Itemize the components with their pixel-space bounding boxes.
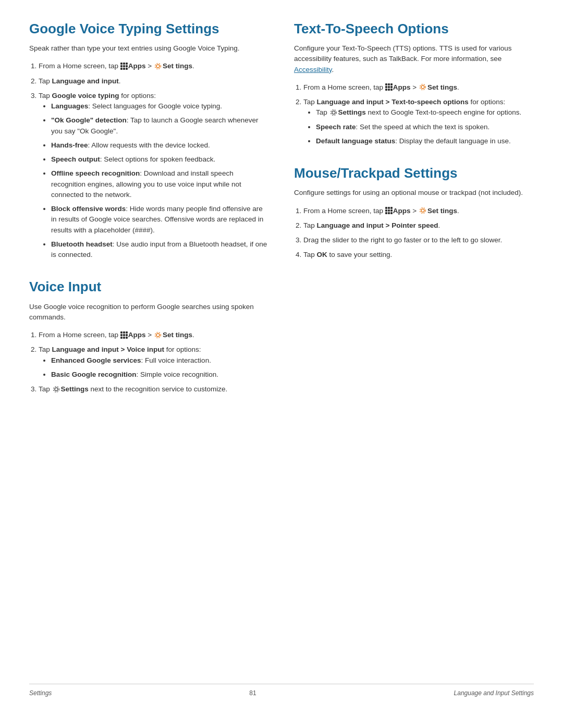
option-bluetooth: Bluetooth headset: Use audio input from … bbox=[51, 239, 269, 261]
tts-options: Tap Settings next to Google Text-to-spee… bbox=[316, 107, 534, 146]
option-offline-speech: Offline speech recognition: Download and… bbox=[51, 168, 269, 200]
voice-typing-options: Languages: Select languages for Google v… bbox=[51, 101, 269, 260]
google-voice-typing-steps: From a Home screen, tap Apps > Set tings… bbox=[39, 61, 269, 260]
option-speech-output: Speech output: Select options for spoken… bbox=[51, 154, 269, 165]
step2-bold: Language and input bbox=[52, 77, 119, 85]
settings-icon-2 bbox=[154, 331, 162, 339]
tts-step1-prefix: From a Home screen, tap bbox=[303, 83, 385, 91]
google-voice-typing-title: Google Voice Typing Settings bbox=[29, 21, 269, 37]
apps-icon-4 bbox=[385, 207, 393, 214]
step-1: From a Home screen, tap Apps > Set tings… bbox=[39, 61, 269, 71]
mouse-trackpad-title: Mouse/Trackpad Settings bbox=[294, 165, 534, 181]
step-2: Tap Language and input. bbox=[39, 76, 269, 87]
mt-step1-prefix: From a Home screen, tap bbox=[303, 207, 385, 215]
svg-point-1 bbox=[155, 63, 161, 69]
voice-input-steps: From a Home screen, tap Apps > Set tings… bbox=[39, 330, 269, 394]
footer-right: Language and Input Settings bbox=[454, 689, 534, 697]
google-voice-typing-section: Google Voice Typing Settings Speak rathe… bbox=[29, 21, 269, 260]
apps-icon bbox=[120, 63, 128, 70]
vi-step-1: From a Home screen, tap Apps > Set tings… bbox=[39, 330, 269, 340]
mouse-trackpad-intro: Configure settings for using an optional… bbox=[294, 188, 534, 198]
mouse-trackpad-steps: From a Home screen, tap Apps > Set tings… bbox=[303, 206, 534, 261]
tts-section: Text-To-Speech Options Configure your Te… bbox=[294, 21, 534, 146]
tts-intro: Configure your Text-To-Speech (TTS) opti… bbox=[294, 43, 534, 75]
vi-step-2: Tap Language and input > Voice input for… bbox=[39, 344, 269, 380]
apps-icon-3 bbox=[385, 83, 393, 91]
voice-input-title: Voice Input bbox=[29, 279, 269, 295]
accessibility-link[interactable]: Accessibility bbox=[294, 66, 332, 73]
settings-label-2: Set tings bbox=[163, 331, 192, 339]
settings-icon-6 bbox=[419, 206, 427, 215]
svg-point-10 bbox=[421, 209, 424, 212]
option-block-offensive: Block offensive words: Hide words many p… bbox=[51, 204, 269, 236]
svg-point-5 bbox=[53, 386, 59, 392]
page: Google Voice Typing Settings Speak rathe… bbox=[0, 0, 563, 728]
settings-icon-3 bbox=[52, 385, 60, 393]
voice-input-intro: Use Google voice recognition to perform … bbox=[29, 302, 269, 323]
settings-label-4: Set tings bbox=[427, 207, 457, 215]
mt-step-3: Drag the slider to the right to go faste… bbox=[303, 235, 534, 245]
tts-step-2: Tap Language and input > Text-to-speech … bbox=[303, 97, 534, 146]
left-column: Google Voice Typing Settings Speak rathe… bbox=[29, 21, 269, 668]
option-basic: Basic Google recognition: Simple voice r… bbox=[51, 369, 269, 380]
mt-step-1: From a Home screen, tap Apps > Set tings… bbox=[303, 206, 534, 216]
step-3: Tap Google voice typing for options: Lan… bbox=[39, 91, 269, 261]
settings-icon-5 bbox=[329, 108, 338, 117]
tts-step-1: From a Home screen, tap Apps > Set tings… bbox=[303, 82, 534, 93]
option-hands-free: Hands-free: Allow requests with the devi… bbox=[51, 140, 269, 151]
settings-label-3: Set tings bbox=[427, 83, 457, 91]
option-enhanced: Enhanced Google services: Full voice int… bbox=[51, 355, 269, 366]
tts-intro-suffix: . bbox=[332, 66, 334, 73]
step3-bold: Google voice typing bbox=[52, 92, 119, 100]
vi-step1-prefix: From a Home screen, tap bbox=[39, 331, 120, 339]
tts-title: Text-To-Speech Options bbox=[294, 21, 534, 37]
settings-icon bbox=[154, 62, 162, 70]
svg-point-4 bbox=[55, 388, 58, 391]
voice-input-options: Enhanced Google services: Full voice int… bbox=[51, 355, 269, 380]
apps-label-4: Apps bbox=[393, 207, 411, 215]
svg-point-11 bbox=[420, 208, 425, 214]
settings-label: Set tings bbox=[163, 62, 192, 70]
svg-point-9 bbox=[331, 109, 336, 115]
main-columns: Google Voice Typing Settings Speak rathe… bbox=[29, 21, 534, 668]
apps-label-3: Apps bbox=[393, 83, 411, 91]
google-voice-typing-intro: Speak rather than type your text entries… bbox=[29, 43, 269, 54]
page-footer: Settings 81 Language and Input Settings bbox=[29, 684, 534, 697]
apps-icon-2 bbox=[120, 331, 128, 339]
svg-point-3 bbox=[155, 332, 161, 338]
tts-option-settings: Tap Settings next to Google Text-to-spee… bbox=[316, 107, 534, 118]
svg-point-2 bbox=[156, 334, 160, 337]
tts-option-speech-rate: Speech rate: Set the speed at which the … bbox=[316, 122, 534, 132]
footer-left: Settings bbox=[29, 689, 52, 697]
apps-label-2: Apps bbox=[128, 331, 146, 339]
mouse-trackpad-section: Mouse/Trackpad Settings Configure settin… bbox=[294, 165, 534, 260]
footer-center: 81 bbox=[249, 689, 256, 697]
tts-steps: From a Home screen, tap Apps > Set tings… bbox=[303, 82, 534, 146]
step1-prefix: From a Home screen, tap bbox=[39, 62, 120, 70]
tts-intro-text: Configure your Text-To-Speech (TTS) opti… bbox=[294, 44, 511, 63]
option-languages: Languages: Select languages for Google v… bbox=[51, 101, 269, 112]
settings-icon-4 bbox=[419, 83, 427, 91]
svg-point-8 bbox=[332, 111, 335, 114]
svg-point-0 bbox=[156, 65, 160, 68]
mt-step-4: Tap OK to save your setting. bbox=[303, 250, 534, 260]
apps-label: Apps bbox=[128, 62, 146, 70]
tts-option-default-lang: Default language status: Display the def… bbox=[316, 136, 534, 146]
option-ok-google: "Ok Google" detection: Tap to launch a G… bbox=[51, 115, 269, 137]
vi-step-3: Tap Settings next to the recognition ser… bbox=[39, 384, 269, 394]
svg-point-6 bbox=[421, 85, 424, 89]
right-column: Text-To-Speech Options Configure your Te… bbox=[294, 21, 534, 668]
voice-input-section: Voice Input Use Google voice recognition… bbox=[29, 279, 269, 394]
svg-point-7 bbox=[420, 84, 425, 90]
mt-step-2: Tap Language and input > Pointer speed. bbox=[303, 220, 534, 231]
